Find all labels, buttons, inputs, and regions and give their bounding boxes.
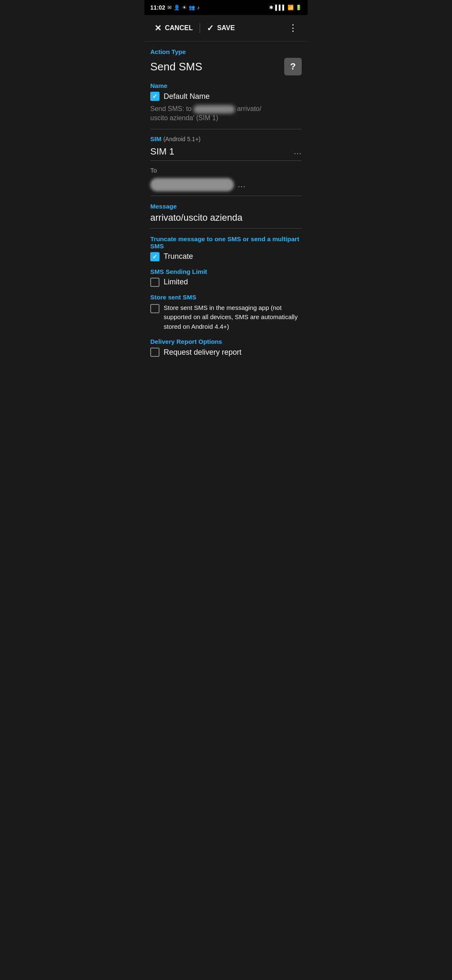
message-section: Message arrivato/uscito azienda xyxy=(150,203,302,229)
more-options-button[interactable]: ⋮ xyxy=(285,21,301,35)
sim-label: SIM xyxy=(150,135,162,142)
to-label: To xyxy=(150,167,302,174)
delivery-report-checkbox[interactable] xyxy=(150,348,159,357)
store-sms-section: Store sent SMS in the messaging app (not… xyxy=(150,303,302,332)
default-name-checkbox[interactable]: ✓ xyxy=(150,92,159,101)
status-time: 11:02 xyxy=(150,4,165,11)
truncate-row: ✓ Truncate xyxy=(150,252,302,261)
battery-icon: 🔋 xyxy=(295,5,302,10)
save-button[interactable]: ✓ SAVE xyxy=(203,21,238,35)
action-type-label: Action Type xyxy=(150,48,302,55)
preview-text: Send SMS: to arrivato/uscito azienda' (S… xyxy=(150,104,302,129)
to-value-row: … xyxy=(150,175,302,196)
truncate-section-label: Truncate message to one SMS or send a mu… xyxy=(150,235,302,250)
music-icon: ♪ xyxy=(197,5,200,10)
sim-sub-label: (Android 5.1+) xyxy=(163,136,200,142)
help-icon: ? xyxy=(290,61,295,72)
store-sms-label: Store sent SMS xyxy=(150,294,302,301)
delivery-report-label: Request delivery report xyxy=(164,348,241,357)
action-type-value: Send SMS xyxy=(150,60,202,73)
wifi-icon: 📶 xyxy=(288,5,294,10)
cancel-label: CANCEL xyxy=(165,24,193,32)
content-area: Action Type Send SMS ? Name ✓ Default Na… xyxy=(144,48,308,357)
close-icon: ✕ xyxy=(154,23,162,33)
group-icon: 👥 xyxy=(189,5,195,10)
truncate-checkmark-icon: ✓ xyxy=(152,253,157,260)
save-label: SAVE xyxy=(217,24,235,32)
cancel-button[interactable]: ✕ CANCEL xyxy=(151,21,196,35)
checkmark-icon: ✓ xyxy=(152,93,157,100)
name-section-label: Name xyxy=(150,82,302,89)
mail-icon: ✉ xyxy=(167,5,172,10)
truncate-label: Truncate xyxy=(164,252,193,261)
toolbar: ✕ CANCEL ✓ SAVE ⋮ xyxy=(144,15,308,41)
delivery-section-label: Delivery Report Options xyxy=(150,338,302,345)
name-row: ✓ Default Name xyxy=(150,92,302,101)
sim-value: SIM 1 xyxy=(150,146,290,157)
help-button[interactable]: ? xyxy=(284,58,302,75)
to-more-button[interactable]: … xyxy=(237,180,246,189)
message-label: Message xyxy=(150,203,302,210)
to-value-blurred xyxy=(150,178,234,191)
limit-row: Limited xyxy=(150,278,302,287)
store-sms-description: Store sent SMS in the messaging app (not… xyxy=(164,303,302,332)
more-icon: ⋮ xyxy=(288,23,298,33)
delivery-row: Request delivery report xyxy=(150,348,302,357)
toolbar-divider xyxy=(200,23,200,33)
store-sms-row: Store sent SMS in the messaging app (not… xyxy=(150,303,302,332)
brightness-icon: ☀ xyxy=(182,5,187,10)
status-bar: 11:02 ✉ 👤 ☀ 👥 ♪ ✱ ▌▌▌ 📶 🔋 xyxy=(144,0,308,15)
sim-more-button[interactable]: … xyxy=(293,147,302,156)
default-name-label: Default Name xyxy=(164,92,210,101)
action-type-row: Send SMS ? xyxy=(150,58,302,75)
limited-label: Limited xyxy=(164,278,188,286)
limited-checkbox[interactable] xyxy=(150,278,159,287)
to-section: To … xyxy=(150,167,302,196)
signal-icon: ▌▌▌ xyxy=(275,5,286,10)
store-sms-checkbox[interactable] xyxy=(150,304,159,313)
sim-section: SIM (Android 5.1+) SIM 1 … xyxy=(150,135,302,161)
person-icon: 👤 xyxy=(174,5,180,10)
sim-value-row: SIM 1 … xyxy=(150,143,302,161)
sms-limit-label: SMS Sending Limit xyxy=(150,268,302,275)
check-icon: ✓ xyxy=(207,23,214,33)
message-value: arrivato/uscito azienda xyxy=(150,212,302,229)
bluetooth-icon: ✱ xyxy=(269,5,273,10)
truncate-checkbox[interactable]: ✓ xyxy=(150,252,159,261)
